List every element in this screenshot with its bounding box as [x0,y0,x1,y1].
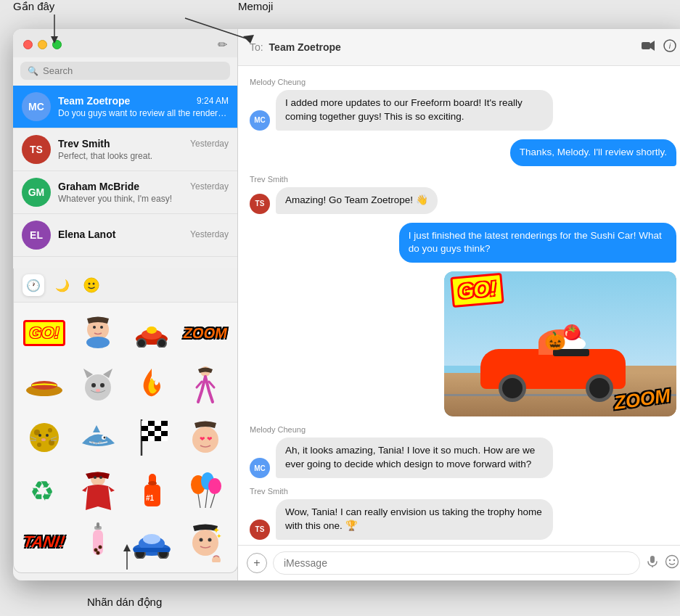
svg-text:✦: ✦ [216,533,222,540]
avatar-ts-2: TS [250,520,270,540]
svg-point-32 [91,383,96,387]
search-input[interactable] [43,65,223,76]
sticker-item-hotdog[interactable] [20,361,69,410]
sticker-item-shark[interactable] [73,413,123,462]
svg-point-40 [37,443,41,447]
svg-point-31 [85,374,111,401]
sticker-tab-emoji[interactable] [81,274,102,296]
conv-time: 9:24 AM [197,96,229,106]
message-row-outgoing-1: Thanks, Melody. I'll review shortly. [250,139,676,166]
sticker-item-zoom[interactable]: ZOOM [181,308,230,358]
message-row-image: 🍅 🎃 GO! ZOOM [250,271,676,416]
minimize-button[interactable] [38,40,47,49]
svg-point-13 [669,559,671,560]
sticker-item-fire[interactable] [127,361,176,410]
recipient-label: To: [250,41,263,53]
svg-rect-87 [97,522,99,528]
emoji-button[interactable] [665,554,679,572]
title-bar: ✏ [13,29,237,57]
chat-messages: Melody Cheung MC I added more updates to… [238,66,680,545]
audio-button[interactable] [646,555,659,572]
svg-rect-67 [161,436,168,441]
svg-point-12 [666,555,679,567]
sticker-item-recycle[interactable]: ♻ [20,465,69,514]
svg-point-26 [147,327,157,334]
svg-rect-63 [161,431,168,436]
sticker-item-memoji-sparkle[interactable]: ✦ ✦ [181,517,230,567]
sticker-item-balloons[interactable] [181,465,230,514]
avatar-ts: TS [250,194,270,214]
conversation-item-elena-lanot[interactable]: EL Elena Lanot Yesterday [13,214,237,257]
svg-point-41 [38,434,41,437]
svg-point-88 [94,548,98,551]
svg-rect-53 [148,421,155,426]
sticker-item-go[interactable]: GO! [20,308,69,358]
chat-actions: i [642,39,676,55]
search-bar: 🔍 [20,62,230,80]
go-sticker: GO! [450,273,504,308]
conv-content-elena-lanot: Elena Lanot Yesterday [58,229,229,242]
svg-point-20 [100,326,103,329]
message-bubble: Thanks, Melody. I'll review shortly. [510,139,676,166]
sticker-item-checkered-flag[interactable] [127,413,176,462]
conv-content-trev-smith: Trev Smith Yesterday Perfect, that looks… [58,138,229,161]
add-button[interactable]: + [247,553,267,573]
conv-name: Trev Smith [58,138,110,149]
sticker-item-leopard[interactable] [20,413,69,462]
compose-button[interactable]: ✏ [218,38,227,52]
maximize-button[interactable] [52,40,62,49]
svg-point-14 [673,559,675,560]
svg-line-84 [210,494,215,508]
sticker-tab-recent[interactable]: 🕐 [22,274,44,296]
svg-point-68 [192,427,218,453]
message-group-6: Melody Cheung MC Ah, it looks amazing, T… [250,425,676,478]
sticker-item-boba[interactable] [73,517,123,567]
sticker-item-racecar[interactable] [127,308,176,358]
sticker-item-cat[interactable] [73,361,123,410]
sticker-item-car-blue[interactable] [127,517,176,567]
avatar-graham-mcbride: GM [22,178,51,207]
svg-rect-58 [155,426,161,431]
svg-text:i: i [669,41,671,50]
conversation-item-graham-mcbride[interactable]: GM Graham McBride Yesterday Whatever you… [13,171,237,214]
conversation-item-trev-smith[interactable]: TS Trev Smith Yesterday Perfect, that lo… [13,128,237,171]
svg-line-82 [198,494,200,508]
svg-point-93 [143,534,160,544]
message-row: TS Wow, Tania! I can really envision us … [250,499,676,540]
close-button[interactable] [23,40,33,49]
recipient-name: Team Zoetrope [269,41,341,53]
sticker-item-dancer[interactable] [181,361,230,410]
message-input[interactable] [273,551,640,575]
conv-name: Graham McBride [58,181,139,192]
svg-rect-65 [148,436,155,441]
sticker-item-foam-finger[interactable]: #1 [127,465,176,514]
sticker-item-tani[interactable]: TANI! [20,517,69,567]
sticker-item-memoji-superhero[interactable] [73,465,123,514]
avatar-elena-lanot: EL [22,221,51,250]
conversation-item-team-zoetrope[interactable]: MC Team Zoetrope 9:24 AM Do you guys wan… [13,86,237,128]
sushi-car-image: 🍅 🎃 GO! ZOOM [444,271,676,416]
avatar-team-zoetrope: MC [22,92,51,121]
sticker-tab-moon[interactable]: 🌙 [52,274,73,296]
search-icon: 🔍 [28,66,38,76]
sticker-item-memoji1[interactable] [73,308,123,358]
sticker-grid: GO! ZOOM [14,303,237,572]
svg-text:#1: #1 [146,494,155,502]
sushi-car-illustration: 🍅 🎃 GO! ZOOM [444,271,676,416]
svg-point-43 [41,438,46,441]
sticker-item-memoji-heart-eyes[interactable]: ❤ ❤ [181,413,230,462]
video-call-button[interactable] [642,39,655,55]
svg-rect-66 [155,436,161,441]
message-row: TS Amazing! Go Team Zoetrope! 👋 [250,187,676,214]
conv-time: Yesterday [190,229,229,239]
chat-recipient: To: Team Zoetrope [250,41,341,53]
svg-point-49 [103,436,105,438]
svg-rect-57 [148,426,155,431]
svg-rect-61 [148,431,155,436]
svg-rect-60 [142,431,148,436]
conv-preview: Do you guys want to review all the rende… [58,108,229,118]
info-button[interactable]: i [663,39,676,55]
annotation-recent: Gần đây [13,0,54,13]
sender-name: Melody Cheung [250,78,676,86]
svg-point-34 [96,389,100,392]
